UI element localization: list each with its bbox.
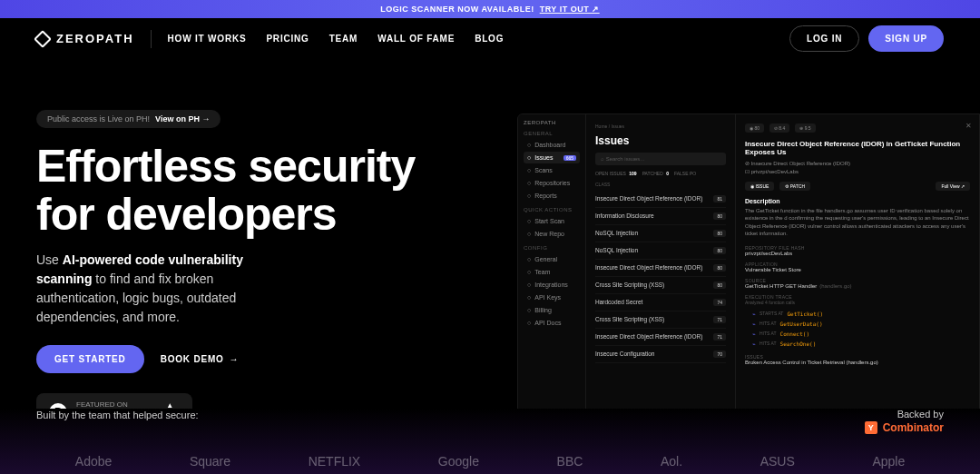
get-started-button[interactable]: GET STARTED — [36, 345, 144, 373]
company-logo: Google — [438, 454, 479, 469]
ss-tab[interactable]: FALSE PO — [674, 171, 698, 176]
ss-tab[interactable]: PATCHED 0 — [642, 171, 669, 176]
ss-sidebar-item[interactable]: ○Dashboard — [524, 139, 580, 151]
ss-sidebar-item[interactable]: ○Issues665 — [524, 152, 580, 163]
ss-section-label: CLASS — [595, 182, 726, 187]
ss-description: The GetTicket function in the file handl… — [745, 207, 970, 238]
backed-by: Backed by Y Combinator — [865, 409, 944, 434]
close-icon[interactable]: ✕ — [965, 122, 972, 130]
nav-pricing[interactable]: PRICING — [266, 34, 309, 44]
ss-sidebar-section-label: QUICK ACTIONS — [524, 207, 580, 212]
ss-issue-row[interactable]: Information Disclosure80 — [595, 208, 726, 225]
ss-detail-panel: ✕ ◉ 80⊘ 8.4⊕ 9.5 Insecure Direct Object … — [736, 114, 979, 444]
ss-breadcrumb: Home / Issues — [595, 123, 726, 129]
nav-links: HOW IT WORKS PRICING TEAM WALL OF FAME B… — [168, 34, 505, 44]
ss-tab-issue[interactable]: ◉ ISSUE — [745, 182, 774, 191]
ss-detail-field: REPOSITORY FILE HASHprivzpt/secDevLabs — [745, 245, 970, 256]
ss-trace-sub: Analyzed 4 function calls — [745, 300, 970, 305]
company-logo: Apple — [872, 454, 905, 469]
promo-banner[interactable]: LOGIC SCANNER NOW AVAILABLE! TRY IT OUT … — [0, 0, 980, 18]
ph-badge-link[interactable]: View on PH → — [155, 114, 210, 123]
logo[interactable]: ZEROPATH — [36, 32, 134, 45]
ss-issue-row[interactable]: Hardcoded Secret74 — [595, 294, 726, 311]
ss-issue-list: Insecure Direct Object Reference (IDOR)8… — [595, 191, 726, 363]
ss-stat-badge: ⊘ 8.4 — [769, 123, 789, 133]
nav-divider — [151, 30, 152, 48]
ss-sidebar-item[interactable]: ○API Keys — [524, 291, 580, 303]
ss-sidebar-item[interactable]: ○New Repo — [524, 228, 580, 240]
ss-brand: ZEROPATH — [524, 120, 580, 125]
ph-announcement-badge[interactable]: Public access is Live on PH! View on PH … — [36, 110, 220, 128]
yc-name: Combinator — [883, 421, 944, 434]
ss-issues-panel: Home / Issues Issues ⌕ Search issues... … — [586, 114, 736, 444]
ss-sidebar: ZEROPATH GENERAL○Dashboard○Issues665○Sca… — [518, 114, 586, 444]
nav-how-it-works[interactable]: HOW IT WORKS — [168, 34, 247, 44]
ss-sidebar-item[interactable]: ○Start Scan — [524, 215, 580, 227]
app-screenshot: ZEROPATH GENERAL○Dashboard○Issues665○Sca… — [517, 114, 980, 445]
ph-badge-text: Public access is Live on PH! — [47, 114, 150, 123]
company-logo: ASUS — [760, 454, 795, 469]
ss-detail-class: Insecure Direct Object Reference (IDOR) — [751, 161, 850, 166]
ss-sidebar-item[interactable]: ○Team — [524, 266, 580, 278]
ss-sidebar-section-label: GENERAL — [524, 131, 580, 136]
hero-title: Effortless security for developers — [36, 143, 490, 238]
ss-issue-row[interactable]: Insecure Direct Object Reference (IDOR)8… — [595, 260, 726, 277]
banner-link[interactable]: TRY IT OUT ↗ — [540, 5, 600, 14]
company-logos: AdobeSquareNETFLIXGoogleBBCAol.ASUSApple — [36, 449, 944, 474]
arrow-right-icon: → — [230, 354, 240, 364]
brand-name: ZEROPATH — [56, 32, 134, 45]
ss-search-input[interactable]: ⌕ Search issues... — [595, 153, 726, 165]
logo-icon — [34, 30, 52, 48]
login-button[interactable]: LOG IN — [789, 25, 859, 52]
ss-sidebar-section-label: CONFIG — [524, 245, 580, 251]
ss-issue-row[interactable]: Insecure Direct Object Reference (IDOR)7… — [595, 329, 726, 346]
ss-issue-row[interactable]: Cross Site Scripting (XSS)71 — [595, 311, 726, 329]
company-logo: Adobe — [75, 454, 112, 469]
built-by-text: Built by the team that helped secure: — [36, 409, 199, 422]
ss-detail-field: APPLICATIONVulnerable Ticket Store — [745, 262, 970, 272]
backed-by-label: Backed by — [865, 409, 944, 420]
ss-tab[interactable]: OPEN ISSUES 109 — [595, 171, 637, 176]
ss-trace-call: ⌁HITS AT GetUserData() — [745, 319, 970, 329]
ss-trace-call: ⌁HITS AT Connect() — [745, 329, 970, 339]
company-logo: Aol. — [661, 454, 682, 469]
ss-sidebar-item[interactable]: ○Scans — [524, 164, 580, 176]
ss-issues-value: Broken Access Control in Ticket Retrieva… — [745, 360, 970, 365]
ss-sidebar-item[interactable]: ○Repositories — [524, 177, 580, 189]
main-nav: ZEROPATH HOW IT WORKS PRICING TEAM WALL … — [0, 18, 980, 59]
ss-sidebar-item[interactable]: ○API Docs — [524, 317, 580, 329]
ss-issue-tabs: OPEN ISSUES 109PATCHED 0FALSE PO — [595, 171, 726, 176]
banner-text: LOGIC SCANNER NOW AVAILABLE! — [380, 5, 534, 14]
ss-sidebar-item[interactable]: ○Reports — [524, 190, 580, 202]
ss-sidebar-item[interactable]: ○General — [524, 253, 580, 265]
ss-issue-row[interactable]: NoSQL Injection80 — [595, 242, 726, 260]
yc-icon: Y — [865, 421, 877, 434]
ss-issue-row[interactable]: Insecure Configuration70 — [595, 346, 726, 363]
ss-detail-field: SOURCEGetTicket HTTP GET Handler (handle… — [745, 278, 970, 289]
ss-full-view-button[interactable]: Full View ↗ — [936, 182, 970, 191]
nav-team[interactable]: TEAM — [329, 34, 358, 44]
book-demo-button[interactable]: BOOK DEMO → — [161, 354, 240, 364]
ph-featured-label: FEATURED ON — [76, 400, 128, 409]
ss-issue-row[interactable]: Insecure Direct Object Reference (IDOR)8… — [595, 191, 726, 208]
ss-detail-repo: privzpt/secDevLabs — [751, 169, 799, 174]
nav-blog[interactable]: BLOG — [475, 34, 504, 44]
ss-sidebar-item[interactable]: ○Integrations — [524, 279, 580, 291]
company-logo: Square — [190, 454, 230, 469]
ss-stat-badge: ◉ 80 — [745, 123, 764, 133]
hero-title-l2: for developers — [36, 189, 337, 240]
ss-tab-patch[interactable]: ⚙ PATCH — [779, 182, 810, 191]
hero-subtitle: Use AI-powered code vulnerability scanni… — [36, 251, 290, 327]
nav-wall-of-fame[interactable]: WALL OF FAME — [377, 34, 455, 44]
ss-issue-row[interactable]: NoSQL Injection80 — [595, 225, 726, 242]
signup-button[interactable]: SIGN UP — [868, 25, 944, 52]
ss-stat-badge: ⊕ 9.5 — [795, 123, 815, 133]
ss-issues-title: Issues — [595, 134, 726, 147]
ss-trace-call: ⌁STARTS AT GetTicket() — [745, 309, 970, 319]
ss-issue-row[interactable]: Cross Site Scripting (XSS)80 — [595, 277, 726, 294]
ss-sidebar-item[interactable]: ○Billing — [524, 304, 580, 316]
ss-stats: ◉ 80⊘ 8.4⊕ 9.5 — [745, 123, 970, 133]
company-logo: NETFLIX — [309, 454, 361, 469]
ss-trace-call: ⌁HITS AT SearchOne() — [745, 339, 970, 349]
ss-detail-title: Insecure Direct Object Reference (IDOR) … — [745, 140, 970, 156]
